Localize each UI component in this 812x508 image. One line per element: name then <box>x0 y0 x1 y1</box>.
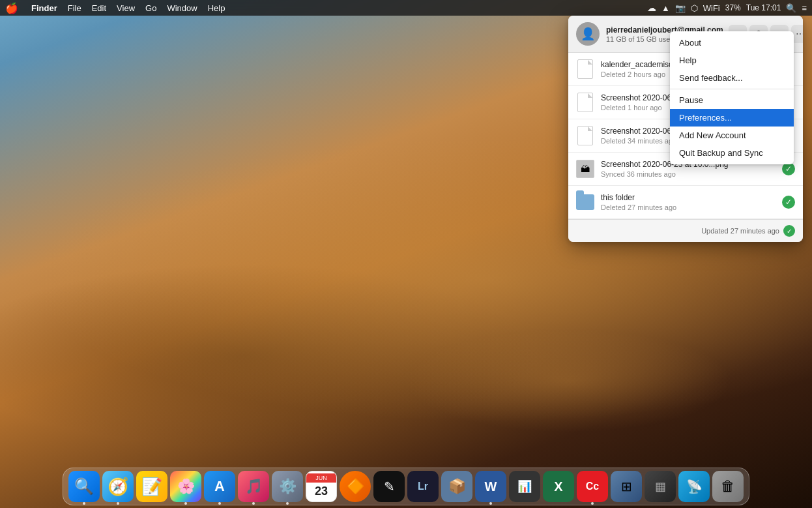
context-menu-quit[interactable]: Quit Backup and Sync <box>670 144 794 162</box>
context-menu-divider <box>670 89 794 89</box>
dock-excel[interactable]: X <box>543 471 574 502</box>
dock-trash[interactable]: 🗑 <box>712 471 744 502</box>
dock: 🔍 🧭 📝 🌸 A 🎵 ⚙️ JUN 23 <box>63 468 749 505</box>
context-menu: About Help Send feedback... Pause Prefer… <box>670 31 794 164</box>
context-menu-feedback[interactable]: Send feedback... <box>670 69 794 87</box>
panel-footer: Updated 27 minutes ago ✓ <box>568 219 803 242</box>
file-details: this folder Deleted 27 minutes ago <box>601 193 777 211</box>
desktop: 🍎 Finder File Edit View Go Window Help ☁… <box>0 0 812 508</box>
file-icon: 🏔 <box>576 158 594 180</box>
dock-lr[interactable]: Lr <box>407 471 439 502</box>
file-icon <box>576 191 594 213</box>
bluetooth-icon: ⬡ <box>691 3 698 13</box>
dock-calendar[interactable]: JUN 23 <box>306 471 337 502</box>
context-menu-add-account[interactable]: Add New Account <box>670 127 794 144</box>
dock-touchretouch[interactable]: ✎ <box>373 471 405 502</box>
dock-vlc[interactable]: 🔶 <box>340 471 371 502</box>
context-menu-pause[interactable]: Pause <box>670 91 794 109</box>
folder-icon <box>576 194 594 210</box>
dock-photos[interactable]: 🌸 <box>170 471 201 502</box>
wifi-icon: WiFi <box>703 3 720 13</box>
menubar: 🍎 Finder File Edit View Go Window Help ☁… <box>0 0 812 16</box>
menubar-help[interactable]: Help <box>208 3 225 13</box>
menubar-view[interactable]: View <box>117 3 135 13</box>
avatar-icon: 👤 <box>581 27 595 41</box>
context-menu-help[interactable]: Help <box>670 52 794 69</box>
menubar-finder[interactable]: Finder <box>31 3 57 13</box>
dock-music[interactable]: 🎵 <box>238 471 269 502</box>
context-menu-preferences[interactable]: Preferences... <box>670 109 794 127</box>
finder-panel: 👤 pierredanieljoubert@gmail.com 11 GB of… <box>568 16 803 242</box>
doc-icon <box>577 126 593 145</box>
file-icon <box>576 125 594 147</box>
menubar-go[interactable]: Go <box>145 3 156 13</box>
control-center-icon[interactable]: ≡ <box>802 3 807 13</box>
dock-syspref[interactable]: ⚙️ <box>272 471 303 502</box>
menubar-file[interactable]: File <box>68 3 81 13</box>
context-menu-about[interactable]: About <box>670 34 794 52</box>
doc-icon <box>577 59 593 79</box>
check-icon: ✓ <box>782 196 795 209</box>
camera-icon: 📷 <box>675 3 686 13</box>
list-item[interactable]: this folder Deleted 27 minutes ago ✓ <box>568 186 803 219</box>
dock-launchpad[interactable]: ⊞ <box>611 471 642 502</box>
file-icon <box>576 58 594 80</box>
dock-creative[interactable]: Cc <box>577 471 608 502</box>
menubar-left: 🍎 Finder File Edit View Go Window Help <box>5 2 225 14</box>
check-icon: ✓ <box>782 162 795 175</box>
dock-airdrop[interactable]: 📡 <box>678 471 710 502</box>
dock-finder[interactable]: 🔍 <box>68 471 100 502</box>
dock-word[interactable]: W <box>475 471 506 502</box>
dock-safari[interactable]: 🧭 <box>102 471 134 502</box>
dock-expose[interactable]: ▦ <box>645 471 676 502</box>
apple-menu[interactable]: 🍎 <box>5 2 18 14</box>
dock-appstore[interactable]: A <box>204 471 235 502</box>
menubar-right: ☁ ▲ 📷 ⬡ WiFi 37% Tue 17:01 🔍 ≡ <box>647 3 807 13</box>
menubar-edit[interactable]: Edit <box>92 3 106 13</box>
dock-archive[interactable]: 📦 <box>441 471 472 502</box>
footer-text: Updated 27 minutes ago <box>701 227 779 235</box>
file-status: Deleted 27 minutes ago <box>601 203 777 211</box>
file-status: Synced 36 minutes ago <box>601 170 777 178</box>
footer-check-icon: ✓ <box>783 225 795 237</box>
battery-label: 37% <box>725 3 741 12</box>
file-name: this folder <box>601 193 777 202</box>
doc-icon <box>577 93 593 112</box>
time-label: Tue 17:01 <box>746 3 781 12</box>
cloud-icon: ▲ <box>661 3 670 13</box>
menubar-window[interactable]: Window <box>167 3 197 13</box>
file-icon <box>576 91 594 113</box>
dock-notes[interactable]: 📝 <box>136 471 167 502</box>
search-icon[interactable]: 🔍 <box>786 3 796 13</box>
img-icon: 🏔 <box>576 160 594 178</box>
account-avatar: 👤 <box>576 22 600 46</box>
dock-actmon[interactable]: 📊 <box>509 471 540 502</box>
backup-sync-icon[interactable]: ☁ <box>647 3 656 13</box>
